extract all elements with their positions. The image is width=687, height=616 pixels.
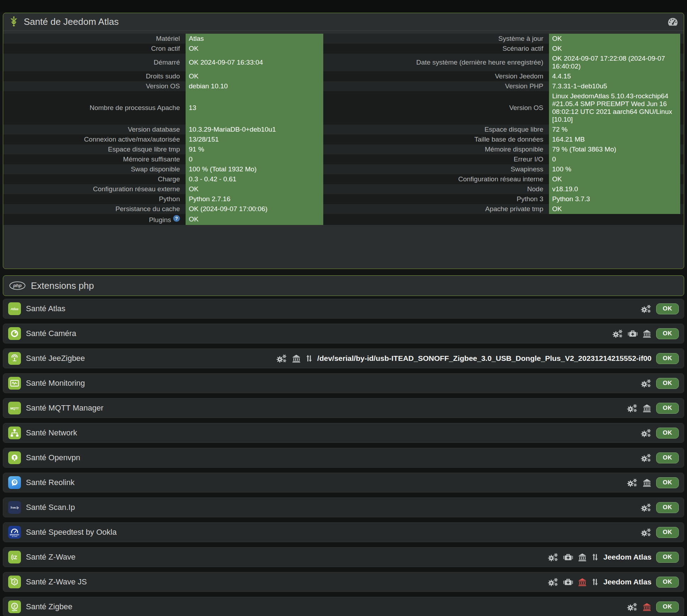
extensions-title: Extensions php — [31, 280, 94, 291]
health-row: Python Python 2.7.16 Python 3 Python 3.7… — [3, 194, 684, 204]
zigbee-plugin-icon: Z zigbee — [8, 600, 21, 613]
atlas-plugin-icon: Atlas — [8, 302, 21, 315]
health-row: Plugins? OK — [3, 214, 684, 225]
svg-text:Scan.Ip: Scan.Ip — [10, 506, 19, 509]
health-row: Version database 10.3.29-MariaDB-0+deb10… — [3, 125, 684, 134]
bank-alert-icon[interactable] — [642, 602, 652, 611]
health-value: OK — [549, 174, 680, 184]
camera-plugin-icon — [8, 327, 21, 340]
health-row: Configuration réseau externe OK Node v18… — [3, 184, 684, 194]
gears-icon[interactable] — [640, 528, 652, 537]
gears-icon[interactable] — [626, 403, 638, 413]
health-row: Démarré OK 2024-09-07 16:33:04 Date syst… — [3, 54, 684, 71]
bank-icon[interactable] — [292, 354, 301, 363]
status-badge: OK — [656, 303, 679, 314]
health-label: Swapiness — [323, 164, 549, 174]
controller-name: Jeedom Atlas — [603, 553, 652, 561]
gears-icon[interactable] — [547, 577, 559, 587]
status-badge: OK — [656, 552, 679, 563]
bank-icon[interactable] — [642, 478, 652, 487]
plugin-name: Santé Atlas — [26, 304, 65, 313]
health-panel: Santé de Jeedom Atlas Matériel Atlas Sys… — [3, 13, 684, 269]
health-label: Version database — [3, 125, 186, 134]
bank-alert-icon[interactable] — [578, 577, 587, 587]
health-value: OK — [186, 44, 323, 54]
health-label: Taille base de données — [323, 134, 549, 144]
plugin-name: Santé Reolink — [26, 478, 75, 487]
health-value: OK 2024-09-07 16:33:04 — [186, 54, 323, 71]
health-value: OK 2024-09-07 17:22:08 (2024-09-07 16:40… — [549, 54, 680, 71]
health-label: Plugins? — [3, 214, 186, 225]
health-value: 7.3.31-1~deb10u5 — [549, 81, 680, 91]
serial-port-path: /dev/serial/by-id/usb-ITEAD_SONOFF_Zigbe… — [317, 354, 652, 363]
controller-name: Jeedom Atlas — [603, 578, 652, 586]
gears-icon[interactable] — [640, 503, 652, 512]
gauge-icon[interactable] — [667, 17, 678, 26]
health-label: Configuration réseau externe — [3, 184, 186, 194]
gears-icon[interactable] — [626, 478, 638, 488]
health-row: Version OS debian 10.10 Version PHP 7.3.… — [3, 81, 684, 91]
gears-icon[interactable] — [640, 428, 652, 438]
status-badge: OK — [656, 353, 679, 364]
plugin-name: Santé Speedtest by Ookla — [26, 528, 117, 537]
health-value: 100 % — [549, 164, 680, 174]
plugin-name: Santé JeeZigbee — [26, 354, 85, 363]
gears-icon[interactable] — [547, 552, 559, 562]
health-label: Node — [323, 184, 549, 194]
svg-text:Z: Z — [13, 580, 16, 584]
mqtt-plugin-icon: MQTT — [8, 402, 21, 414]
plugin-row-zigbee: Z zigbee Santé Zigbee OK — [3, 597, 684, 616]
health-label: Nombre de processus Apache — [3, 91, 186, 125]
medkit-icon[interactable] — [628, 329, 638, 338]
plugin-row-scanip: Scan.Ip Santé Scan.Ip OK — [3, 497, 684, 517]
plugin-row-atlas: Atlas Santé Atlas OK — [3, 299, 684, 319]
status-badge: OK — [656, 477, 679, 488]
health-value — [549, 214, 680, 225]
php-logo: php — [9, 281, 26, 290]
svg-text:Z: Z — [13, 604, 16, 608]
plugin-name: Santé Scan.Ip — [26, 503, 75, 512]
health-value: OK — [186, 71, 323, 81]
gears-icon[interactable] — [276, 354, 287, 363]
gears-icon[interactable] — [640, 379, 652, 388]
medkit-icon[interactable] — [563, 553, 573, 561]
up-down-arrows-icon[interactable] — [306, 354, 313, 363]
health-value: 164.21 MB — [549, 134, 680, 144]
bank-icon[interactable] — [642, 329, 652, 338]
svg-text:Z: Z — [14, 554, 17, 560]
health-label: Version OS — [3, 81, 186, 91]
status-badge: OK — [656, 502, 679, 513]
health-value: Python 2.7.16 — [186, 194, 323, 204]
health-row: Connexion active/max/autorisée 13/28/151… — [3, 134, 684, 144]
gears-icon[interactable] — [640, 304, 652, 314]
health-label: Charge — [3, 174, 186, 184]
up-down-arrows-icon[interactable] — [592, 578, 599, 586]
status-badge: OK — [656, 601, 679, 612]
health-label: Mémoire disponible — [323, 144, 549, 154]
up-down-arrows-icon[interactable] — [592, 553, 599, 561]
extensions-panel-header: php Extensions php — [3, 275, 684, 296]
plugin-row-reolink: Santé Reolink OK — [3, 473, 684, 493]
health-label: Swap disponible — [3, 164, 186, 174]
bank-icon[interactable] — [642, 403, 652, 413]
health-value: OK — [186, 184, 323, 194]
gears-icon[interactable] — [612, 329, 623, 339]
plugins-label: Plugins — [149, 216, 171, 224]
status-badge: OK — [656, 577, 679, 588]
gears-icon[interactable] — [626, 602, 638, 612]
plugin-name: Santé Network — [26, 428, 77, 438]
scanip-plugin-icon: Scan.Ip — [8, 501, 21, 514]
openvpn-plugin-icon — [8, 451, 21, 464]
health-label: Version PHP — [323, 81, 549, 91]
gears-icon[interactable] — [640, 453, 652, 463]
health-label: Espace disque libre — [323, 125, 549, 134]
health-value: 10.3.29-MariaDB-0+deb10u1 — [186, 125, 323, 134]
question-help-icon[interactable]: ? — [173, 215, 180, 222]
bank-icon[interactable] — [578, 552, 587, 562]
health-label: Version OS — [323, 91, 549, 125]
medkit-icon[interactable] — [563, 578, 573, 586]
health-value: 0.3 - 0.42 - 0.61 — [186, 174, 323, 184]
health-label: Espace disque libre tmp — [3, 144, 186, 154]
svg-text:MQTT: MQTT — [10, 407, 19, 410]
plugin-name: Santé Z-Wave — [26, 552, 76, 562]
